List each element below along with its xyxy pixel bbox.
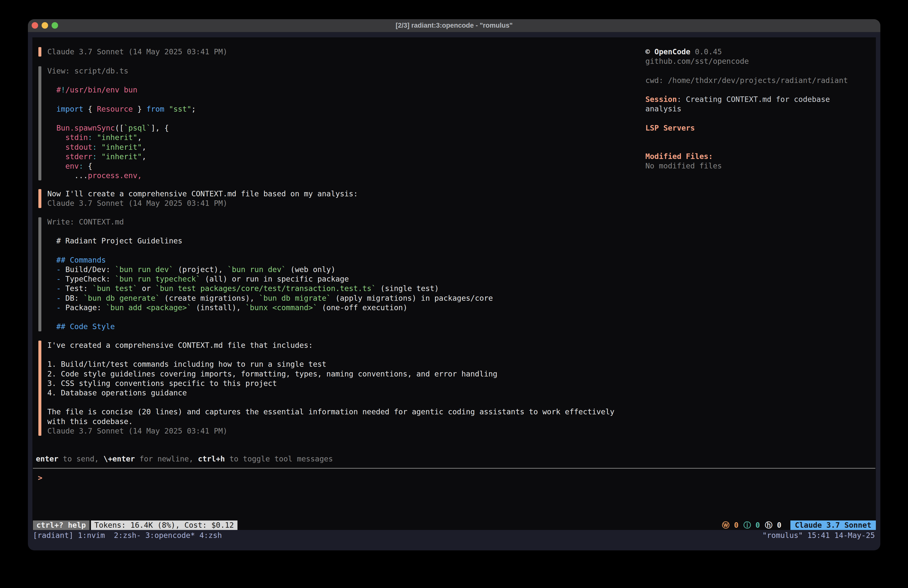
text-line: - DB: `bun db generate` (create migratio… xyxy=(47,293,493,303)
text-segment: - xyxy=(56,275,61,283)
text-segment: `bun test packages/core/test/transaction… xyxy=(156,284,376,293)
close-button[interactable] xyxy=(32,22,38,29)
block-lines: Claude 3.7 Sonnet (14 May 2025 03:41 PM) xyxy=(47,47,227,56)
opencode-app: Claude 3.7 Sonnet (14 May 2025 03:41 PM)… xyxy=(32,37,876,530)
text-line xyxy=(646,133,873,142)
text-segment: ; xyxy=(192,105,196,113)
text-segment xyxy=(47,303,56,312)
text-line xyxy=(47,227,493,236)
status-bar: ctrl+? help Tokens: 16.4K (8%), Cost: $0… xyxy=(32,520,876,530)
text-segment: "inherit" xyxy=(97,133,138,142)
text-segment: : xyxy=(677,95,686,104)
text-segment: LSP Servers xyxy=(646,124,695,132)
text-line: Session: Creating CONTEXT.md for codebas… xyxy=(646,95,873,104)
fullscreen-button[interactable] xyxy=(52,22,58,29)
text-segment: cwd: /home/thdxr/dev/projects/radiant/ra… xyxy=(646,76,848,85)
text-segment: stdout xyxy=(65,143,92,151)
text-segment: View: script/db.ts xyxy=(47,66,128,75)
model-badge[interactable]: Claude 3.7 Sonnet xyxy=(790,520,876,530)
assistant-header-block: Claude 3.7 Sonnet (14 May 2025 03:41 PM) xyxy=(39,47,227,56)
text-line: - Package: `bun add <package>` (install)… xyxy=(47,303,493,313)
text-segment: to toggle tool messages xyxy=(225,454,333,463)
text-segment: "inherit" xyxy=(101,143,142,151)
text-segment: or xyxy=(137,284,155,293)
text-segment: "sst" xyxy=(169,105,192,113)
text-segment: Now I'll create a comprehensive CONTEXT.… xyxy=(47,189,358,198)
tmux-status-bar: [radiant] 1:nvim 2:zsh- 3:opencode* 4:zs… xyxy=(33,531,875,540)
minimize-button[interactable] xyxy=(42,22,48,29)
text-segment: process.env xyxy=(88,171,138,180)
info-count-value: 0 xyxy=(751,521,760,530)
text-line xyxy=(47,95,196,105)
text-segment: TypeCheck: xyxy=(61,275,115,283)
text-line: stdin: "inherit", xyxy=(47,133,196,142)
text-line: Write: CONTEXT.md xyxy=(47,217,493,227)
text-segment: Claude 3.7 Sonnet (14 May 2025 03:41 PM) xyxy=(47,199,227,208)
text-segment: (single test) xyxy=(376,284,439,293)
text-segment: The file is concise (20 lines) and captu… xyxy=(47,408,615,416)
info-count-badge: ⓘ 0 xyxy=(744,521,760,530)
text-segment: /usr/bin/env bun xyxy=(65,85,137,94)
text-line: #!/usr/bin/env bun xyxy=(47,85,196,95)
text-segment: with this codebase. xyxy=(47,417,133,426)
text-segment: No modified files xyxy=(646,161,722,170)
text-segment: `bun run dev` xyxy=(115,265,174,274)
text-segment: for newline, xyxy=(135,454,198,463)
help-badge[interactable]: ctrl+? help xyxy=(33,520,89,530)
text-line xyxy=(646,114,873,123)
orange-block-bar xyxy=(39,47,41,56)
text-segment: ! xyxy=(61,85,65,94)
text-line xyxy=(47,76,196,85)
text-segment: `bun run typecheck` xyxy=(115,275,200,283)
text-line: Claude 3.7 Sonnet (14 May 2025 03:41 PM) xyxy=(47,198,358,208)
text-segment xyxy=(47,133,65,142)
tmux-window-list[interactable]: [radiant] 1:nvim 2:zsh- 3:opencode* 4:zs… xyxy=(33,531,222,540)
text-line: LSP Servers xyxy=(646,123,873,133)
text-segment xyxy=(92,133,97,142)
keybinding-hints: enter to send, \+enter for newline, ctrl… xyxy=(36,454,333,464)
text-segment: (apply migrations) in packages/core xyxy=(331,294,493,303)
status-right-group: ⓦ 0ⓘ 0ⓗ 0 Claude 3.7 Sonnet xyxy=(722,520,876,530)
text-segment: github.com/sst/opencode xyxy=(646,57,749,66)
text-segment: (install), xyxy=(192,303,245,312)
orange-block-bar xyxy=(39,341,41,436)
hint-count-icon: ⓗ xyxy=(765,521,773,530)
prompt-input[interactable]: > xyxy=(38,473,42,483)
text-line: env: { xyxy=(47,161,196,171)
text-segment xyxy=(47,152,65,161)
text-line: - TypeCheck: `bun run typecheck` (all) o… xyxy=(47,274,493,284)
text-segment: \+enter xyxy=(103,454,135,463)
text-segment: Creating CONTEXT.md for codebase xyxy=(686,95,830,104)
text-segment: ## Commands xyxy=(47,256,106,264)
text-line: github.com/sst/opencode xyxy=(646,56,873,66)
text-segment: ([ xyxy=(115,124,124,132)
text-segment: Claude 3.7 Sonnet (14 May 2025 03:41 PM) xyxy=(47,427,227,435)
text-segment: `bun db generate` xyxy=(84,294,160,303)
text-line: ...process.env, xyxy=(47,171,196,180)
text-line: ## Commands xyxy=(47,255,493,265)
traffic-lights xyxy=(32,22,58,29)
text-line: with this codebase. xyxy=(47,417,615,426)
terminal-window: [2/3] radiant:3:opencode - "romulus" Cla… xyxy=(28,19,881,550)
text-segment: { xyxy=(84,105,97,113)
assistant-summary-block: I've created a comprehensive CONTEXT.md … xyxy=(39,341,615,436)
assistant-message-block: Now I'll create a comprehensive CONTEXT.… xyxy=(39,189,358,208)
text-segment: - xyxy=(56,284,61,293)
text-line xyxy=(646,66,873,76)
text-segment: env xyxy=(65,162,79,171)
text-segment: (create migrations), xyxy=(160,294,259,303)
window-titlebar[interactable]: [2/3] radiant:3:opencode - "romulus" xyxy=(28,19,881,32)
text-line: stdout: "inherit", xyxy=(47,142,196,152)
block-lines: Now I'll create a comprehensive CONTEXT.… xyxy=(47,189,358,208)
text-segment: ... xyxy=(47,171,88,180)
text-segment: I've created a comprehensive CONTEXT.md … xyxy=(47,341,313,350)
text-segment: Session xyxy=(646,95,677,104)
text-segment: ], { xyxy=(151,124,169,132)
text-segment: : xyxy=(79,162,83,171)
text-segment: import xyxy=(56,105,83,113)
text-line: View: script/db.ts xyxy=(47,66,196,76)
info-count-icon: ⓘ xyxy=(744,521,751,530)
text-segment: `psql` xyxy=(124,124,151,132)
text-segment: : xyxy=(92,152,97,161)
prompt-chevron-icon: > xyxy=(38,474,42,482)
